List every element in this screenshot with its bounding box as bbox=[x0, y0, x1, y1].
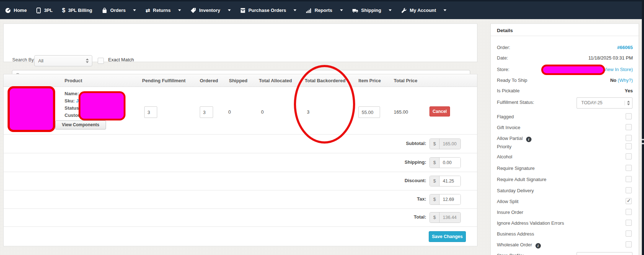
col-product: Product bbox=[65, 74, 82, 87]
tablet-icon bbox=[36, 8, 41, 13]
insure-order-checkbox[interactable] bbox=[626, 209, 632, 215]
nav-3pl-label: 3PL bbox=[44, 8, 53, 13]
discount-row: Discount: $ bbox=[4, 172, 477, 190]
chevron-down-icon bbox=[444, 9, 446, 11]
redacted-store-name bbox=[541, 65, 605, 75]
nav-purchase-orders[interactable]: Purchase Orders bbox=[240, 8, 297, 13]
nav-shipping[interactable]: Shipping bbox=[352, 8, 392, 13]
allow-partial-checkbox[interactable] bbox=[626, 135, 632, 141]
truck-icon bbox=[352, 8, 358, 13]
chevron-down-icon bbox=[340, 9, 343, 11]
chevron-down-icon bbox=[228, 9, 231, 11]
dashboard-icon bbox=[5, 8, 11, 13]
nav-returns-label: Returns bbox=[153, 8, 171, 13]
view-in-store-link[interactable]: (View In Store) bbox=[602, 66, 633, 73]
ready-to-ship-value: No (Why?) bbox=[610, 77, 633, 84]
fulfillment-status-select[interactable]: TODAY-25 bbox=[577, 97, 632, 109]
shipping-input[interactable] bbox=[440, 158, 460, 168]
flagged-checkbox[interactable] bbox=[626, 113, 632, 119]
business-address-checkbox[interactable] bbox=[626, 230, 632, 237]
why-link[interactable]: (Why?) bbox=[618, 78, 633, 83]
info-icon[interactable]: i bbox=[526, 137, 531, 142]
currency-prefix: $ bbox=[430, 139, 440, 149]
order-number-link[interactable]: #66065 bbox=[617, 44, 633, 51]
discount-input-group: $ bbox=[429, 176, 461, 186]
nav-my-account[interactable]: My Account bbox=[401, 8, 446, 13]
cancel-button[interactable]: Cancel bbox=[429, 106, 450, 116]
total-label: Total: bbox=[414, 214, 426, 220]
exact-match-checkbox[interactable] bbox=[98, 58, 104, 64]
flag-row-ignore-address-validation: Ignore Address Validation Errors bbox=[497, 220, 632, 227]
chevron-down-icon bbox=[389, 9, 392, 11]
shipping-row: Shipping: $ bbox=[4, 153, 477, 172]
info-icon[interactable]: i bbox=[535, 243, 541, 249]
nav-reports[interactable]: Reports bbox=[306, 8, 343, 13]
nav-reports-label: Reports bbox=[314, 8, 332, 13]
chevron-down-icon bbox=[178, 9, 181, 11]
nav-3pl-billing[interactable]: $ 3PL Billing bbox=[62, 8, 92, 13]
flag-row-allow-partial: Allow Partiali bbox=[497, 135, 632, 142]
fulfillment-status-label: Fulfillment Status: bbox=[497, 99, 534, 106]
wrench-icon bbox=[401, 8, 407, 13]
nav-3pl-billing-label: 3PL Billing bbox=[68, 8, 92, 13]
search-by-select[interactable]: All bbox=[34, 55, 92, 66]
bag-icon bbox=[102, 8, 107, 13]
nav-shipping-label: Shipping bbox=[361, 8, 381, 13]
priority-checkbox[interactable] bbox=[626, 143, 632, 149]
shipped-value: 0 bbox=[228, 109, 231, 116]
store-profile-select[interactable] bbox=[577, 252, 632, 255]
discount-input[interactable] bbox=[440, 176, 460, 186]
saturday-delivery-checkbox[interactable] bbox=[626, 187, 632, 193]
flag-row-flagged: Flagged bbox=[497, 113, 632, 120]
divider bbox=[491, 36, 639, 36]
item-price-input[interactable] bbox=[358, 106, 380, 118]
nav-returns[interactable]: ⇄ Returns bbox=[145, 8, 181, 13]
details-title: Details bbox=[497, 28, 513, 33]
nav-orders-label: Orders bbox=[110, 8, 126, 13]
total-row: Total: $ bbox=[4, 208, 477, 227]
total-allocated-value: 0 bbox=[261, 109, 264, 116]
save-changes-button[interactable]: Save Changes bbox=[429, 231, 466, 242]
bar-chart-icon bbox=[306, 8, 312, 13]
flag-row-require-adult-signature: Require Adult Signature bbox=[497, 176, 632, 183]
tax-input[interactable] bbox=[440, 194, 460, 205]
actions-row bbox=[4, 227, 477, 246]
currency-prefix: $ bbox=[430, 158, 440, 168]
redacted-product-info bbox=[79, 91, 125, 120]
page-scrollbar[interactable] bbox=[642, 0, 644, 255]
ordered-input[interactable] bbox=[200, 106, 213, 118]
nav-inventory[interactable]: Inventory bbox=[190, 8, 231, 13]
ready-to-ship-label: Ready To Ship bbox=[497, 77, 527, 84]
subtotal-label: Subtotal: bbox=[406, 141, 426, 146]
tax-row: Tax: $ bbox=[4, 190, 477, 208]
subtotal-input-group: $ bbox=[429, 139, 461, 149]
nav-3pl[interactable]: 3PL bbox=[36, 8, 53, 13]
alcohol-checkbox[interactable] bbox=[626, 153, 632, 159]
tax-label: Tax: bbox=[417, 196, 426, 202]
nav-home[interactable]: Home bbox=[5, 8, 27, 13]
pending-fulfillment-input[interactable] bbox=[144, 106, 157, 118]
store-profile-label: Store Profile: bbox=[497, 252, 524, 255]
fulfillment-status-value: TODAY-25 bbox=[581, 100, 603, 105]
view-components-button[interactable]: View Components bbox=[55, 120, 106, 129]
archive-box-icon bbox=[240, 8, 246, 13]
chevron-down-icon bbox=[294, 9, 296, 11]
gift-invoice-checkbox[interactable] bbox=[626, 124, 632, 130]
wholesale-order-checkbox[interactable] bbox=[626, 241, 632, 247]
scrollbar-mark bbox=[642, 139, 644, 140]
allow-split-checkbox[interactable] bbox=[626, 198, 632, 204]
is-pickable-label: Is Pickable bbox=[497, 87, 520, 94]
col-pending-fulfillment: Pending Fulfillment bbox=[142, 74, 186, 87]
ignore-address-validation-checkbox[interactable] bbox=[626, 220, 632, 226]
store-label: Store: bbox=[497, 66, 510, 73]
require-signature-checkbox[interactable] bbox=[626, 165, 632, 171]
nav-orders[interactable]: Orders bbox=[102, 8, 136, 13]
col-item-price: Item Price bbox=[358, 74, 381, 87]
require-adult-signature-checkbox[interactable] bbox=[626, 176, 632, 182]
scrollbar-mark bbox=[642, 143, 644, 144]
product-status-line: Status: bbox=[65, 105, 80, 112]
top-nav: Home 3PL $ 3PL Billing Orders ⇄ Returns bbox=[0, 0, 644, 19]
order-label: Order: bbox=[497, 44, 510, 51]
total-price-value: 165.00 bbox=[394, 109, 408, 116]
total-input bbox=[440, 212, 460, 223]
